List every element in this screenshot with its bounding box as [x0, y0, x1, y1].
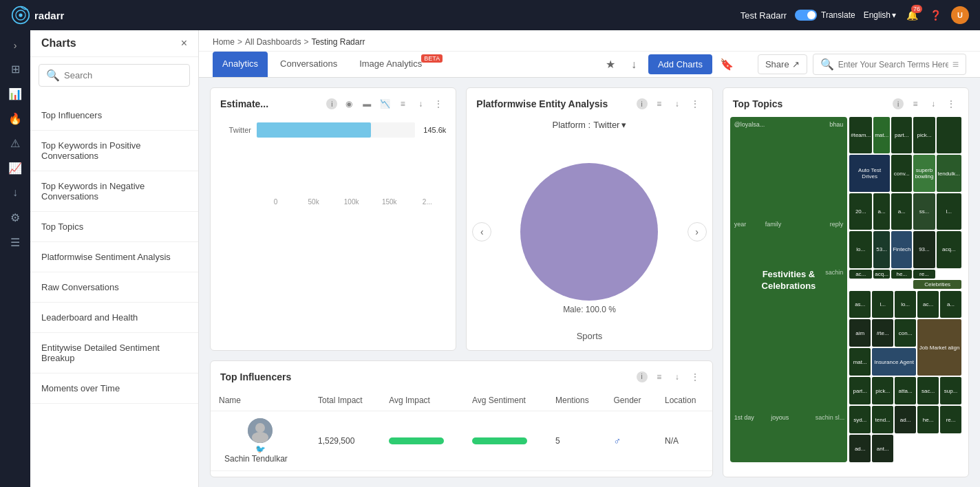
topic-cell[interactable]: lo...: [895, 291, 916, 318]
rail-fire-icon[interactable]: 🔥: [4, 107, 26, 129]
topic-cell[interactable]: con...: [895, 319, 916, 347]
entity-filter-icon[interactable]: ≡: [652, 96, 667, 111]
influencers-filter-icon[interactable]: ≡: [652, 369, 667, 385]
help-icon[interactable]: ❓: [928, 8, 943, 23]
add-charts-button[interactable]: Add Charts: [648, 54, 712, 74]
topic-cell[interactable]: acq...: [937, 231, 961, 268]
filter-icon[interactable]: ≡: [952, 58, 959, 71]
topic-cell[interactable]: ad...: [895, 406, 916, 433]
rail-more-icon[interactable]: ☰: [4, 231, 26, 253]
topic-cell[interactable]: [937, 117, 961, 153]
estimate-pie-icon[interactable]: ◉: [341, 96, 356, 111]
breadcrumb-home[interactable]: Home: [213, 37, 235, 47]
avatar[interactable]: U: [951, 6, 969, 24]
notification-bell[interactable]: 🔔 76: [904, 8, 919, 23]
sidebar-item-keywords-positive[interactable]: Top Keywords in Positive Conversations: [30, 131, 198, 171]
share-button[interactable]: Share ↗: [758, 54, 807, 74]
topic-cell-fintech[interactable]: Fintech: [891, 231, 912, 268]
carousel-next-button[interactable]: ›: [688, 222, 707, 241]
rail-dashboard-icon[interactable]: ⊞: [4, 58, 26, 80]
estimate-line-icon[interactable]: 📉: [377, 96, 392, 111]
sidebar-item-top-influencers[interactable]: Top Influencers: [30, 100, 198, 131]
topic-cell[interactable]: #team...: [849, 117, 872, 153]
entity-download-icon[interactable]: ↓: [670, 96, 685, 111]
topic-cell[interactable]: he...: [891, 270, 912, 279]
estimate-bar-icon[interactable]: ▬: [359, 96, 374, 111]
topic-cell[interactable]: l...: [937, 193, 961, 230]
sidebar-item-leaderboard[interactable]: Leaderboard and Health: [30, 303, 198, 333]
rail-settings-icon[interactable]: ⚙: [4, 206, 26, 228]
translate-toggle[interactable]: Translate: [795, 10, 855, 21]
topic-cell[interactable]: ac...: [917, 291, 939, 318]
topic-cell[interactable]: part...: [849, 377, 871, 404]
download-icon[interactable]: ↓: [625, 56, 643, 74]
tab-image-analytics[interactable]: Image Analytics BETA: [350, 52, 444, 77]
tab-search[interactable]: 🔍 ≡: [813, 54, 966, 75]
influencers-download-icon[interactable]: ↓: [670, 369, 685, 385]
topics-more-icon[interactable]: ⋮: [944, 96, 959, 111]
topic-cell[interactable]: ss...: [913, 193, 935, 230]
topic-cell[interactable]: ant...: [872, 435, 893, 462]
topic-cell[interactable]: sac...: [917, 377, 939, 404]
topic-cell[interactable]: pick...: [872, 377, 893, 404]
sidebar-item-entitywise[interactable]: Entitywise Detailed Sentiment Breakup: [30, 333, 198, 374]
sidebar-close-button[interactable]: ×: [181, 37, 187, 50]
topic-cell[interactable]: as...: [849, 291, 871, 318]
sidebar-item-raw-conversations[interactable]: Raw Conversations: [30, 272, 198, 303]
topic-cell[interactable]: l...: [872, 291, 893, 318]
topic-cell[interactable]: mat...: [849, 348, 871, 376]
topic-cell-celeb[interactable]: Celebrities: [913, 280, 961, 289]
topic-cell[interactable]: re...: [913, 270, 935, 279]
estimate-info-icon[interactable]: i: [326, 98, 337, 109]
topic-cell[interactable]: lo...: [849, 231, 872, 268]
rail-toggle[interactable]: ›: [10, 36, 21, 55]
topic-cell-auto[interactable]: Auto Test Drives: [849, 155, 890, 191]
sidebar-search[interactable]: 🔍: [39, 64, 190, 87]
carousel-prev-button[interactable]: ‹: [472, 222, 491, 241]
tab-search-input[interactable]: [838, 60, 948, 69]
topic-cell[interactable]: conv...: [891, 155, 912, 191]
topic-cell-insurance[interactable]: Insurance Agent: [872, 348, 916, 376]
topic-cell[interactable]: part...: [891, 117, 912, 153]
estimate-filter-icon[interactable]: ≡: [395, 96, 410, 111]
sidebar-item-platformwise-sentiment[interactable]: Platformwise Sentiment Analysis: [30, 242, 198, 272]
estimate-more-icon[interactable]: ⋮: [431, 96, 446, 111]
tab-conversations[interactable]: Conversations: [270, 52, 347, 77]
topics-info-icon[interactable]: i: [893, 98, 904, 109]
topic-cell[interactable]: a...: [940, 291, 961, 318]
star-icon[interactable]: ★: [601, 56, 619, 74]
topic-cell[interactable]: aim: [849, 319, 871, 347]
language-selector[interactable]: English ▾: [864, 10, 896, 20]
topic-cell[interactable]: atta...: [895, 377, 916, 404]
topic-cell[interactable]: a...: [873, 193, 890, 230]
topic-cell[interactable]: a...: [891, 193, 912, 230]
sidebar-search-input[interactable]: [64, 70, 182, 80]
topic-cell[interactable]: sup...: [940, 377, 961, 404]
topic-cell[interactable]: 20...: [849, 193, 872, 230]
topic-cell-job[interactable]: Job Market align: [917, 319, 961, 376]
rail-charts-icon[interactable]: 📊: [4, 83, 26, 105]
topic-cell[interactable]: 53...: [873, 231, 890, 268]
sidebar-item-moments[interactable]: Moments over Time: [30, 374, 198, 404]
topic-cell[interactable]: re...: [940, 406, 961, 433]
rail-analytics-icon[interactable]: 📈: [4, 157, 26, 179]
tab-analytics[interactable]: Analytics: [213, 52, 268, 77]
topic-cell[interactable]: mat...: [873, 117, 890, 153]
influencers-info-icon[interactable]: i: [637, 371, 648, 382]
topic-cell[interactable]: tend...: [872, 406, 893, 433]
topic-cell[interactable]: he...: [917, 406, 939, 433]
topic-cell[interactable]: 93...: [913, 231, 935, 268]
topics-download-icon[interactable]: ↓: [926, 96, 941, 111]
estimate-download-icon[interactable]: ↓: [413, 96, 428, 111]
topic-cell[interactable]: syd...: [849, 406, 871, 433]
bookmark-icon[interactable]: 🔖: [718, 56, 736, 74]
topic-cell[interactable]: ad...: [849, 435, 871, 462]
entity-more-icon[interactable]: ⋮: [688, 96, 703, 111]
sidebar-item-top-topics[interactable]: Top Topics: [30, 212, 198, 242]
topic-cell[interactable]: #te...: [872, 319, 893, 347]
topic-cell[interactable]: pick...: [913, 117, 935, 153]
topic-cell-superb[interactable]: superb bowling: [913, 155, 935, 191]
topic-cell[interactable]: ac...: [849, 270, 872, 279]
rail-download-icon[interactable]: ↓: [4, 182, 26, 204]
topic-cell[interactable]: tendulk...: [937, 155, 961, 191]
